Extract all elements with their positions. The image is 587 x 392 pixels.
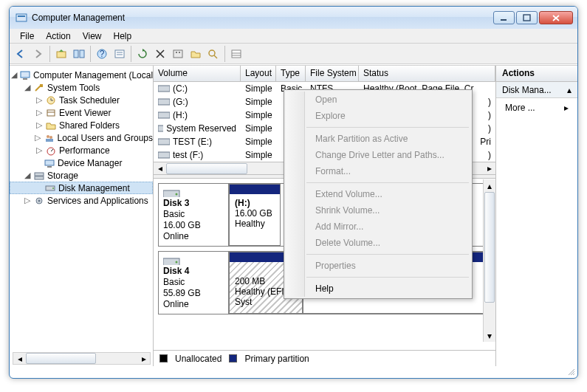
svg-point-38 [52, 188, 54, 189]
expand-icon[interactable]: ▷ [35, 108, 43, 117]
scroll-left-icon[interactable]: ◂ [13, 353, 26, 364]
svg-rect-5 [74, 50, 78, 58]
col-type[interactable]: Type [276, 66, 306, 81]
expand-icon[interactable]: ▷ [35, 95, 43, 105]
collapse-icon[interactable]: ◢ [11, 70, 17, 80]
tree-label: Disk Management [58, 183, 130, 193]
tree-scrollbar[interactable]: ◂ ▸ [13, 352, 151, 365]
close-button[interactable] [539, 11, 573, 24]
scroll-thumb[interactable] [26, 353, 96, 364]
ctx-change-letter[interactable]: Change Drive Letter and Paths... [308, 147, 470, 163]
menu-bar: File Action View Help [10, 29, 577, 44]
collapse-icon[interactable]: ▴ [567, 85, 571, 95]
svg-rect-43 [158, 112, 170, 118]
svg-rect-9 [115, 50, 124, 58]
tree-performance[interactable]: ▷ Performance [10, 144, 153, 157]
refresh-icon[interactable] [134, 46, 151, 62]
menu-view[interactable]: View [77, 30, 108, 43]
ctx-open[interactable]: Open [308, 92, 470, 108]
svg-rect-6 [80, 50, 84, 58]
scroll-down-icon[interactable]: ▾ [484, 329, 495, 342]
device-icon [44, 157, 55, 169]
main-scrollbar[interactable]: ▴ ▾ [483, 179, 495, 342]
search-icon[interactable] [205, 46, 222, 62]
computer-icon [19, 69, 31, 81]
settings-icon[interactable] [170, 46, 186, 62]
svg-rect-4 [57, 52, 66, 58]
back-button[interactable] [13, 46, 29, 62]
delete-icon[interactable] [152, 46, 168, 62]
tree-device-manager[interactable]: Device Manager [10, 157, 153, 169]
show-hide-button[interactable] [71, 46, 87, 62]
tree-label: Shared Folders [59, 120, 120, 131]
event-icon [45, 107, 57, 119]
collapse-icon[interactable]: ◢ [23, 83, 31, 92]
col-volume[interactable]: Volume [154, 66, 241, 81]
users-icon [44, 132, 55, 144]
chevron-right-icon: ▸ [564, 103, 569, 113]
svg-point-29 [49, 136, 52, 139]
svg-point-13 [176, 52, 177, 53]
tree-users-groups[interactable]: ▷ Local Users and Groups [10, 131, 153, 144]
scroll-thumb[interactable] [484, 192, 495, 303]
tree-storage[interactable]: ◢ Storage [10, 169, 153, 182]
volume-partition[interactable]: (H:) 16.00 GB Healthy [229, 184, 281, 246]
col-status[interactable]: Status [359, 66, 495, 81]
scroll-thumb[interactable] [166, 163, 247, 174]
collapse-icon[interactable]: ◢ [23, 171, 31, 180]
legend-swatch-unallocated [159, 354, 168, 362]
tree-system-tools[interactable]: ◢ System Tools [10, 81, 153, 94]
ctx-help[interactable]: Help [308, 281, 470, 297]
svg-point-40 [38, 199, 41, 202]
open-icon[interactable] [188, 46, 204, 62]
forward-button[interactable] [30, 46, 47, 62]
ctx-mark-active[interactable]: Mark Partition as Active [308, 131, 470, 147]
ctx-shrink[interactable]: Shrink Volume... [308, 202, 470, 219]
tree-root[interactable]: ◢ Computer Management (Local [10, 69, 153, 81]
help-icon[interactable]: ? [94, 46, 110, 62]
svg-rect-30 [46, 139, 53, 142]
menu-action[interactable]: Action [40, 30, 76, 43]
ctx-properties[interactable]: Properties [308, 258, 470, 274]
title-bar[interactable]: Computer Management [10, 7, 577, 29]
tree-disk-management[interactable]: Disk Management [10, 182, 153, 194]
disk-info: Disk 4 Basic 55.89 GB Online [159, 252, 229, 314]
expand-icon[interactable]: ▷ [35, 145, 43, 155]
tree-services-apps[interactable]: ▷ Services and Applications [10, 194, 153, 207]
expand-icon[interactable]: ▷ [35, 133, 41, 142]
expand-icon[interactable]: ▷ [35, 120, 43, 130]
col-layout[interactable]: Layout [241, 66, 276, 81]
ctx-mirror[interactable]: Add Mirror... [308, 219, 470, 235]
actions-more[interactable]: More ... ▸ [496, 98, 577, 117]
menu-help[interactable]: Help [108, 30, 138, 43]
tree-shared-folders[interactable]: ▷ Shared Folders [10, 119, 153, 131]
list-icon[interactable] [228, 46, 244, 62]
ctx-explore[interactable]: Explore [308, 108, 470, 124]
ctx-format[interactable]: Format... [308, 163, 470, 179]
scroll-right-icon[interactable]: ▸ [483, 163, 495, 173]
scroll-left-icon[interactable]: ◂ [154, 163, 166, 173]
scroll-up-icon[interactable]: ▴ [484, 179, 495, 192]
svg-rect-42 [158, 99, 170, 105]
col-fs[interactable]: File System [306, 66, 359, 81]
ctx-extend[interactable]: Extend Volume... [308, 186, 470, 202]
actions-section[interactable]: Disk Mana... ▴ [496, 82, 577, 98]
svg-point-14 [179, 52, 180, 53]
expand-icon[interactable]: ▷ [23, 196, 31, 205]
up-button[interactable] [53, 46, 69, 62]
svg-point-28 [47, 135, 49, 138]
svg-text:?: ? [100, 49, 105, 59]
svg-rect-36 [35, 176, 44, 179]
svg-rect-41 [158, 86, 170, 92]
actions-header: Actions [496, 66, 577, 82]
resize-grip-icon[interactable] [567, 368, 576, 376]
tree-task-scheduler[interactable]: ▷ Task Scheduler [10, 94, 153, 106]
properties-icon[interactable] [111, 46, 128, 62]
tree-event-viewer[interactable]: ▷ Event Viewer [10, 106, 153, 119]
ctx-delete[interactable]: Delete Volume... [308, 235, 470, 251]
maximize-button[interactable] [516, 11, 538, 24]
navigation-tree[interactable]: ◢ Computer Management (Local ◢ System To… [10, 66, 154, 366]
scroll-right-icon[interactable]: ▸ [137, 353, 150, 364]
minimize-button[interactable] [493, 11, 515, 24]
menu-file[interactable]: File [14, 30, 40, 43]
